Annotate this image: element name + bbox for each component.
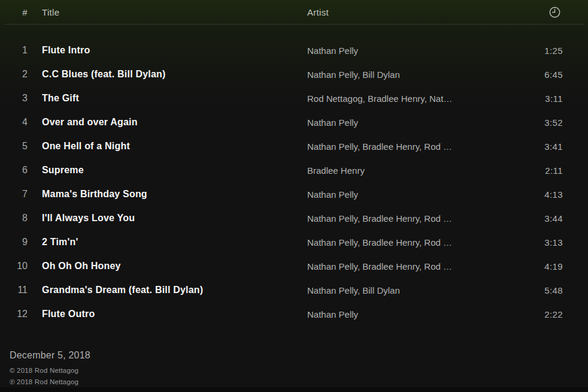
track-title[interactable]: 2 Tim'n' (42, 237, 293, 248)
tracklist-header: # Title Artist (5, 0, 583, 25)
track-title[interactable]: Flute Outro (42, 309, 293, 319)
header-number-column: # (10, 7, 28, 17)
track-number: 8 (10, 213, 28, 224)
track-number: 7 (10, 189, 28, 200)
album-footer: December 5, 2018 © 2018 Rod Nettagog ℗ 2… (0, 350, 588, 388)
track-row[interactable]: 12 Flute Outro Nathan Pelly 2:22 (0, 302, 588, 326)
header-artist-column[interactable]: Artist (307, 7, 516, 17)
track-title[interactable]: C.C Blues (feat. Bill Dylan) (42, 69, 293, 80)
track-artist[interactable]: Nathan Pelly, Bradlee Henry, Rod … (307, 261, 516, 272)
track-artist[interactable]: Nathan Pelly, Bradlee Henry, Rod … (307, 213, 516, 224)
track-title[interactable]: The Gift (42, 93, 293, 104)
track-number: 10 (10, 261, 28, 272)
track-artist[interactable]: Nathan Pelly (307, 189, 516, 200)
track-title[interactable]: Grandma's Dream (feat. Bill Dylan) (42, 285, 293, 295)
track-number: 5 (10, 141, 28, 152)
track-row[interactable]: 7 Mama's Birthday Song Nathan Pelly 4:13 (0, 182, 588, 206)
track-title[interactable]: One Hell of a Night (42, 141, 293, 152)
track-duration: 6:45 (531, 70, 578, 80)
track-title[interactable]: I'll Always Love You (42, 213, 293, 224)
track-row[interactable]: 4 Over and over Again Nathan Pelly 3:52 (0, 110, 588, 134)
phonogram-text: ℗ 2018 Rod Nettagog (10, 376, 578, 388)
track-number: 4 (10, 117, 28, 128)
track-duration: 3:11 (531, 94, 578, 104)
bottom-edge-strip (0, 387, 588, 392)
track-number: 12 (10, 309, 28, 319)
track-duration: 3:44 (531, 213, 578, 224)
track-artist[interactable]: Nathan Pelly, Bradlee Henry, Rod … (307, 141, 516, 152)
track-artist[interactable]: Nathan Pelly (307, 117, 516, 128)
track-artist[interactable]: Rod Nettagog, Bradlee Henry, Nat… (307, 94, 516, 104)
track-title[interactable]: Mama's Birthday Song (42, 189, 293, 200)
track-row[interactable]: 11 Grandma's Dream (feat. Bill Dylan) Na… (0, 278, 588, 302)
track-artist[interactable]: Nathan Pelly (307, 309, 516, 319)
track-title[interactable]: Flute Intro (42, 45, 293, 56)
track-number: 6 (10, 165, 28, 176)
track-number: 2 (10, 69, 28, 80)
header-title-column[interactable]: Title (42, 7, 293, 17)
track-row[interactable]: 6 Supreme Bradlee Henry 2:11 (0, 158, 588, 182)
track-list: 1 Flute Intro Nathan Pelly 1:25 2 C.C Bl… (0, 38, 588, 326)
track-duration: 4:19 (531, 261, 578, 272)
track-row[interactable]: 8 I'll Always Love You Nathan Pelly, Bra… (0, 206, 588, 230)
track-number: 3 (10, 93, 28, 104)
track-artist[interactable]: Nathan Pelly (307, 46, 516, 56)
track-row[interactable]: 9 2 Tim'n' Nathan Pelly, Bradlee Henry, … (0, 230, 588, 254)
track-duration: 3:13 (531, 237, 578, 248)
track-duration: 2:22 (531, 309, 578, 319)
track-row[interactable]: 5 One Hell of a Night Nathan Pelly, Brad… (0, 134, 588, 158)
clock-icon[interactable] (531, 6, 578, 18)
track-artist[interactable]: Nathan Pelly, Bill Dylan (307, 285, 516, 295)
track-duration: 2:11 (531, 165, 578, 176)
track-artist[interactable]: Nathan Pelly, Bradlee Henry, Rod … (307, 237, 516, 248)
album-tracklist-page: # Title Artist 1 Flute Intro Nathan Pell… (0, 0, 588, 392)
track-duration: 3:52 (531, 117, 578, 128)
track-duration: 4:13 (531, 189, 578, 200)
track-duration: 5:48 (531, 285, 578, 295)
track-artist[interactable]: Nathan Pelly, Bill Dylan (307, 70, 516, 80)
track-title[interactable]: Supreme (42, 165, 293, 176)
track-row[interactable]: 2 C.C Blues (feat. Bill Dylan) Nathan Pe… (0, 62, 588, 86)
track-artist[interactable]: Bradlee Henry (307, 165, 516, 176)
track-row[interactable]: 10 Oh Oh Oh Honey Nathan Pelly, Bradlee … (0, 254, 588, 278)
copyright-text: © 2018 Rod Nettagog (10, 365, 578, 376)
track-number: 11 (10, 285, 28, 295)
track-row[interactable]: 1 Flute Intro Nathan Pelly 1:25 (0, 38, 588, 62)
track-title[interactable]: Over and over Again (42, 117, 293, 128)
track-duration: 3:41 (531, 141, 578, 152)
track-duration: 1:25 (531, 46, 578, 56)
track-title[interactable]: Oh Oh Oh Honey (42, 261, 293, 272)
release-date: December 5, 2018 (10, 350, 578, 361)
track-number: 1 (10, 45, 28, 56)
track-row[interactable]: 3 The Gift Rod Nettagog, Bradlee Henry, … (0, 86, 588, 110)
track-number: 9 (10, 237, 28, 248)
